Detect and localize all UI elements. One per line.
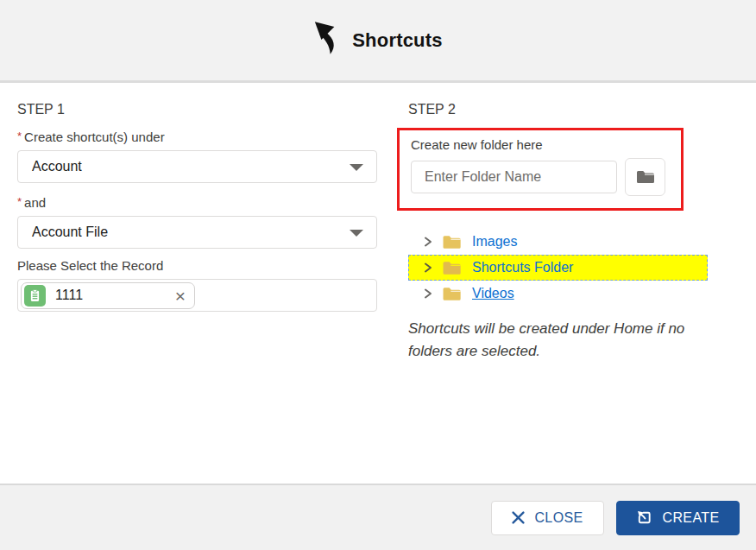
close-button[interactable]: CLOSE [491,501,604,535]
folder-tree: Images Shortcuts Folder [408,229,708,307]
step2-heading: STEP 2 [408,102,708,117]
chevron-down-icon [350,230,363,237]
folder-name-input[interactable] [411,161,617,193]
tree-item-label: Images [472,234,517,250]
chevron-down-icon [350,164,363,171]
folder-icon [442,234,462,250]
record-lookup-field[interactable]: 1111 × [17,279,377,312]
object-select-value: Account [32,159,82,174]
page-title: Shortcuts [352,29,442,52]
shortcuts-modal: Shortcuts STEP 1 *Create shortcut(s) und… [0,0,756,550]
object-select[interactable]: Account [17,150,377,183]
step1-section: STEP 1 *Create shortcut(s) under Account… [17,100,377,466]
tree-item-images[interactable]: Images [408,229,708,255]
red-annotation-box: Create new folder here [397,128,684,211]
required-asterisk: * [17,130,22,142]
modal-body: STEP 1 *Create shortcut(s) under Account… [0,83,756,484]
helper-note: Shortcuts will be created under Home if … [408,318,698,363]
create-button[interactable]: CREATE [616,501,740,535]
required-asterisk: * [17,195,22,208]
object-field-label: *Create shortcut(s) under [17,130,377,144]
create-folder-button[interactable] [625,158,665,196]
modal-header: Shortcuts [0,0,756,83]
tree-item-videos[interactable]: Videos [408,281,708,307]
folder-icon [442,286,462,302]
modal-footer: CLOSE CREATE [0,484,756,550]
shortcut-arrow-icon [313,22,339,54]
file-field-label: *and [17,195,377,210]
record-icon [24,285,46,307]
chevron-right-icon [424,288,432,299]
shortcut-icon [636,509,652,526]
chevron-right-icon [424,262,432,273]
folder-icon [442,260,462,276]
new-folder-label: Create new folder here [411,137,671,152]
record-pill[interactable]: 1111 × [21,282,195,309]
tree-item-label: Videos [472,286,514,301]
step1-heading: STEP 1 [17,102,377,117]
folder-icon [635,168,656,186]
chevron-right-icon [424,237,432,247]
remove-record-icon[interactable]: × [175,287,186,305]
tree-item-shortcuts-folder[interactable]: Shortcuts Folder [408,255,708,281]
record-pill-value: 1111 [55,288,83,303]
step2-section: STEP 2 Create new folder here [408,100,708,466]
tree-item-label: Shortcuts Folder [472,260,573,275]
file-select-value: Account File [32,224,108,240]
record-field-label: Please Select the Record [17,258,377,273]
close-icon [512,511,525,524]
file-select[interactable]: Account File [17,216,377,249]
